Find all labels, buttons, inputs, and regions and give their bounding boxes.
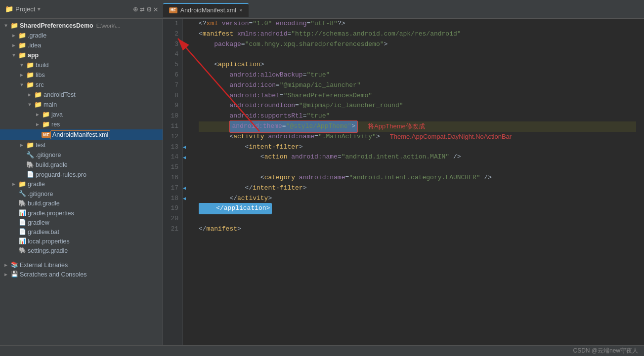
code-line-1: <?xml version="1.0" encoding="utf-8"?>: [199, 19, 636, 29]
sidebar-item-settings-gradle[interactable]: ▶ 🐘 settings.gradle: [0, 246, 163, 255]
sidebar-item-androidmanifest[interactable]: ▶ MF AndroidManifest.xml: [0, 129, 163, 140]
sidebar-item-test[interactable]: ▶ 📁 test: [0, 140, 163, 150]
sidebar-item-app[interactable]: ▼ 📁 app: [0, 50, 163, 60]
sidebar-item-idea[interactable]: ▶ 📁 .idea: [0, 40, 163, 50]
sidebar-item-main[interactable]: ▼ 📁 main: [0, 100, 163, 110]
code-line-16: <category android:name="android.intent.c…: [199, 173, 636, 183]
sidebar-item-proguard[interactable]: ▶ 📄 proguard-rules.pro: [0, 170, 163, 179]
code-line-15: [199, 162, 636, 173]
top-bar: 📁 Project ▼ ⊕ ⇄ ⚙ ✕ MF AndroidManifest.x…: [0, 0, 644, 19]
sidebar-item-gradlew[interactable]: ▶ 📄 gradlew: [0, 218, 163, 227]
code-editor[interactable]: 1 2 3 4 5 6 7 8 9 10 11 12 13 14 15 16 1…: [163, 19, 644, 345]
tab-filename: AndroidManifest.xml: [180, 7, 236, 14]
sidebar-item-build-gradle-root[interactable]: ▶ 🐘 build.gradle: [0, 198, 163, 208]
sidebar-item-build-gradle-app[interactable]: ▶ 🐘 build.gradle: [0, 160, 163, 170]
code-line-7: android:icon="@mipmap/ic_launcher": [199, 80, 636, 91]
sidebar-item-libs[interactable]: ▶ 📁 libs: [0, 70, 163, 80]
code-line-19: </application>: [199, 203, 636, 214]
sidebar-item-gradlew-bat[interactable]: ▶ 📄 gradlew.bat: [0, 227, 163, 237]
code-line-5: <application>: [199, 60, 636, 70]
sidebar-item-gradle-root[interactable]: ▶ 📁 gradle: [0, 179, 163, 189]
sidebar-item-androidtest[interactable]: ▶ 📁 androidTest: [0, 90, 163, 100]
sidebar-item-build[interactable]: ▼ 📁 build: [0, 60, 163, 70]
new-icon[interactable]: ⊕: [133, 4, 138, 14]
tab-close-icon[interactable]: ✕: [239, 7, 243, 13]
code-line-11: android:theme="@style/AppTheme"> 将AppThe…: [199, 121, 636, 132]
code-line-8: android:label="SharedPreferencesDemo": [199, 91, 636, 101]
code-line-10: android:supportsRtl="true": [199, 111, 636, 121]
split-icon[interactable]: ⇄: [140, 4, 145, 14]
folder-icon: 📁: [5, 5, 13, 13]
sidebar-item-local-props[interactable]: ▶ 📊 local.properties: [0, 237, 163, 246]
sidebar-item-gitignore-root[interactable]: ▶ 🔧 .gitignore: [0, 189, 163, 198]
code-line-3: package="com.hngy.xpq.sharedpreferencesd…: [199, 40, 636, 50]
code-line-18: </activity>: [199, 194, 636, 204]
gutter: ◀ ◀ ◀ ◀: [183, 19, 191, 345]
sidebar-item-external-libraries[interactable]: ▶ 📚 External Libraries: [0, 260, 163, 270]
gear-icon[interactable]: ⚙: [147, 4, 152, 14]
sidebar-item-res[interactable]: ▶ 📁 res: [0, 119, 163, 129]
sidebar-item-root-project[interactable]: ▼ 📁 SharedPreferencesDemo E:\work\...: [0, 21, 163, 31]
editor-area: 1 2 3 4 5 6 7 8 9 10 11 12 13 14 15 16 1…: [163, 19, 644, 345]
code-line-21: </manifest>: [199, 224, 636, 235]
project-label[interactable]: Project: [15, 5, 35, 13]
tab-androidmanifest[interactable]: MF AndroidManifest.xml ✕: [163, 3, 249, 17]
watermark: CSDN @云端new守夜人: [573, 347, 638, 355]
sidebar-item-scratches[interactable]: ▶ 💾 Scratches and Consoles: [0, 270, 163, 279]
code-content[interactable]: <?xml version="1.0" encoding="utf-8"?> <…: [191, 19, 644, 345]
bottom-bar: CSDN @云端new守夜人: [0, 345, 644, 356]
code-line-20: [199, 214, 636, 224]
sidebar-item-gradle-props[interactable]: ▶ 📊 gradle.properties: [0, 208, 163, 218]
sidebar-item-src[interactable]: ▼ 📁 src: [0, 80, 163, 90]
sidebar-item-java[interactable]: ▶ 📁 java: [0, 110, 163, 119]
code-line-6: android:allowBackup="true": [199, 70, 636, 80]
close-icon[interactable]: ✕: [153, 4, 158, 14]
sidebar: ▼ 📁 SharedPreferencesDemo E:\work\... ▶ …: [0, 19, 163, 345]
project-title-bar: 📁 Project ▼ ⊕ ⇄ ⚙ ✕: [0, 4, 163, 14]
sidebar-item-gradle-hidden[interactable]: ▶ 📁 .gradle: [0, 31, 163, 40]
code-line-2: <manifest xmlns:android="http://schemas.…: [199, 29, 636, 40]
project-dropdown-icon[interactable]: ▼: [37, 6, 41, 12]
code-line-14: <action android:name="android.intent.act…: [199, 152, 636, 162]
line-numbers: 1 2 3 4 5 6 7 8 9 10 11 12 13 14 15 16 1…: [163, 19, 183, 345]
code-line-9: android:roundIcon="@mipmap/ic_launcher_r…: [199, 101, 636, 111]
code-line-13: <intent-filter>: [199, 142, 636, 153]
sidebar-item-gitignore-app[interactable]: ▶ 🔧 .gitignore: [0, 150, 163, 160]
code-line-12: <activity android:name=".MainActivity"> …: [199, 132, 636, 142]
tab-file-icon: MF: [169, 7, 177, 13]
code-line-17: </intent-filter>: [199, 183, 636, 194]
code-line-4: [199, 49, 636, 60]
